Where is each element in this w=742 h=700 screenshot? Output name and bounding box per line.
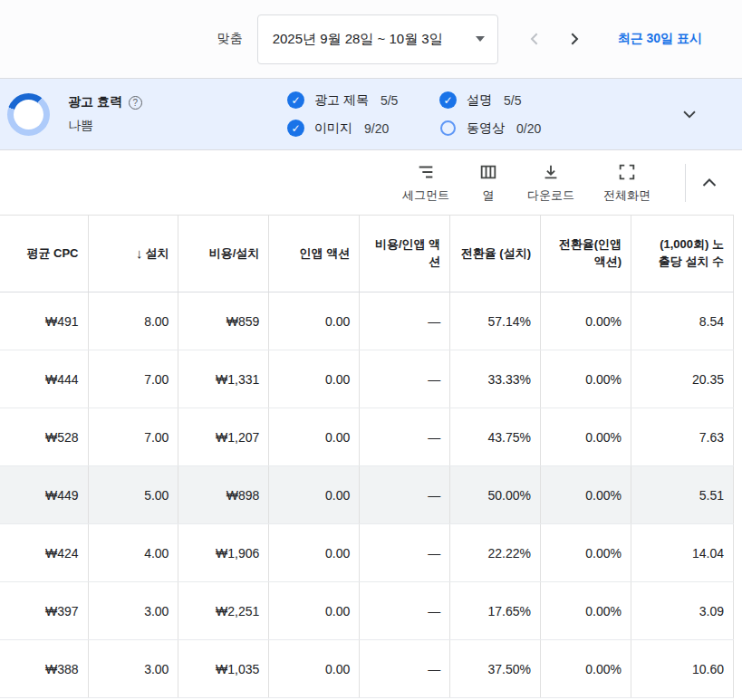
table-cell: — — [360, 408, 450, 466]
table-cell: 0.00% — [541, 350, 631, 408]
table-cell: 3.00 — [88, 582, 178, 640]
table-cell: 0.00 — [269, 350, 360, 408]
table-cell: 7.00 — [88, 408, 178, 466]
column-header[interactable]: (1,000회) 노출당 설치 수 — [631, 216, 734, 292]
table-cell: — — [360, 466, 450, 524]
table-cell: 22.22% — [450, 524, 541, 582]
table-cell: 0.00% — [541, 524, 631, 582]
table-cell: ₩388 — [0, 640, 88, 698]
table-cell: ₩424 — [0, 524, 88, 582]
table-header-row: 평균 CPC↓설치비용/설치인앱 액션비용/인앱 액션전환율 (설치)전환율(인… — [0, 216, 734, 292]
date-range-selector[interactable]: 2025년 9월 28일 ~ 10월 3일 — [257, 14, 498, 64]
check-circle-icon — [287, 91, 304, 109]
fullscreen-label: 전체화면 — [603, 187, 650, 204]
table-row[interactable]: ₩4918.00₩8590.00—57.14%0.00%8.54 — [0, 292, 734, 350]
table-cell: 14.04 — [631, 524, 734, 582]
table-row[interactable]: ₩5287.00₩1,2070.00—43.75%0.00%7.63 — [0, 408, 734, 466]
table-cell: 3.00 — [88, 640, 178, 698]
table-cell: — — [360, 350, 450, 408]
columns-icon — [478, 162, 498, 182]
table-cell: 5.51 — [631, 466, 734, 524]
columns-button[interactable]: 열 — [478, 162, 498, 204]
column-header-label: (1,000회) 노출당 설치 수 — [650, 236, 724, 271]
table-row[interactable]: ₩4447.00₩1,3310.00—33.33%0.00%20.35 — [0, 350, 734, 408]
table-cell: ₩2,251 — [178, 582, 269, 640]
table-cell: 4.00 — [88, 524, 178, 582]
sort-descending-icon: ↓ — [136, 245, 143, 261]
date-range-value: 2025년 9월 28일 ~ 10월 3일 — [273, 31, 443, 48]
column-header-label: 비용/설치 — [209, 245, 260, 263]
campaign-stats-table: 평균 CPC↓설치비용/설치인앱 액션비용/인앱 액션전환율 (설치)전환율(인… — [0, 215, 734, 698]
column-header[interactable]: 전환율 (설치) — [450, 216, 541, 292]
table-toolbar: 세그먼트 열 다운로드 전체화면 — [0, 150, 742, 215]
column-header[interactable]: 인앱 액션 — [269, 216, 360, 292]
table-cell: — — [360, 582, 450, 640]
empty-circle-icon — [440, 120, 456, 136]
column-header-label: 전환율 (설치) — [461, 245, 531, 263]
caret-down-icon — [476, 36, 485, 42]
table-cell: 0.00 — [269, 292, 360, 350]
column-header-label: 인앱 액션 — [300, 245, 351, 263]
help-icon[interactable]: ? — [129, 96, 142, 110]
table-row[interactable]: ₩3883.00₩1,0350.00—37.50%0.00%10.60 — [0, 640, 734, 698]
collapse-table-button[interactable] — [691, 165, 728, 201]
column-header[interactable]: ↓설치 — [88, 216, 178, 292]
download-button[interactable]: 다운로드 — [527, 162, 574, 204]
download-icon — [541, 162, 561, 182]
table-cell: 0.00% — [541, 640, 631, 698]
segment-label: 세그먼트 — [402, 187, 449, 204]
table-cell: ₩397 — [0, 582, 88, 640]
table-cell: 43.75% — [450, 408, 541, 466]
table-cell: 50.00% — [450, 466, 541, 524]
table-cell: — — [360, 640, 450, 698]
date-bar: 맞춤 2025년 9월 28일 ~ 10월 3일 최근 30일 표시 — [0, 0, 742, 78]
table-cell: 10.60 — [631, 640, 734, 698]
expand-banner-button[interactable] — [677, 101, 702, 127]
check-circle-icon — [439, 91, 457, 109]
ad-strength-banner: 광고 효력 ? 나쁨 광고 제목 5/5 설명 5/5 이미지 9/20 동영상… — [0, 78, 742, 150]
column-header-label: 전환율(인앱 액션) — [550, 236, 622, 271]
columns-label: 열 — [483, 187, 495, 204]
table-cell: 20.35 — [631, 350, 734, 408]
table-cell: 0.00% — [541, 292, 631, 350]
table-cell: ₩528 — [0, 408, 88, 466]
toolbar-divider — [685, 164, 686, 202]
item-label: 이미지 — [314, 120, 352, 137]
item-score: 5/5 — [381, 93, 398, 108]
show-last-30-days-link[interactable]: 최근 30일 표시 — [618, 31, 702, 47]
table-cell: 17.65% — [450, 582, 541, 640]
item-label: 동영상 — [467, 120, 505, 137]
table-cell: 5.00 — [88, 466, 178, 524]
column-header-label: 비용/인앱 액션 — [369, 236, 440, 271]
segment-button[interactable]: 세그먼트 — [402, 162, 449, 204]
column-header-label: 평균 CPC — [26, 245, 78, 263]
table-cell: 7.00 — [88, 350, 178, 408]
table-cell: ₩491 — [0, 292, 88, 350]
next-period-button[interactable] — [562, 26, 587, 52]
table-body: ₩4918.00₩8590.00—57.14%0.00%8.54₩4447.00… — [0, 292, 734, 698]
table-cell: — — [360, 292, 450, 350]
chevron-up-icon — [699, 172, 720, 194]
table-cell: 33.33% — [450, 350, 541, 408]
column-header-label: 설치 — [145, 245, 169, 263]
item-score: 9/20 — [364, 121, 389, 136]
ad-strength-item-headlines: 광고 제목 5/5 — [287, 91, 439, 109]
table-row[interactable]: ₩4244.00₩1,9060.00—22.22%0.00%14.04 — [0, 524, 734, 582]
table-cell: ₩1,207 — [178, 408, 269, 466]
ad-strength-summary: 광고 효력 ? 나쁨 — [68, 94, 204, 134]
previous-period-button[interactable] — [522, 26, 547, 52]
table-cell: ₩1,906 — [178, 524, 269, 582]
column-header[interactable]: 평균 CPC — [0, 216, 88, 292]
column-header[interactable]: 전환율(인앱 액션) — [541, 216, 631, 292]
fullscreen-button[interactable]: 전체화면 — [603, 162, 650, 204]
table-cell: 0.00 — [269, 408, 360, 466]
table-row[interactable]: ₩4495.00₩8980.00—50.00%0.00%5.51 — [0, 466, 734, 524]
table-cell: ₩449 — [0, 466, 88, 524]
table-row[interactable]: ₩3973.00₩2,2510.00—17.65%0.00%3.09 — [0, 582, 734, 640]
item-label: 광고 제목 — [314, 92, 369, 109]
table-cell: ₩1,331 — [178, 350, 269, 408]
column-header[interactable]: 비용/인앱 액션 — [360, 216, 450, 292]
ad-strength-donut-chart — [7, 93, 50, 136]
check-circle-icon — [287, 120, 304, 137]
column-header[interactable]: 비용/설치 — [178, 216, 269, 292]
